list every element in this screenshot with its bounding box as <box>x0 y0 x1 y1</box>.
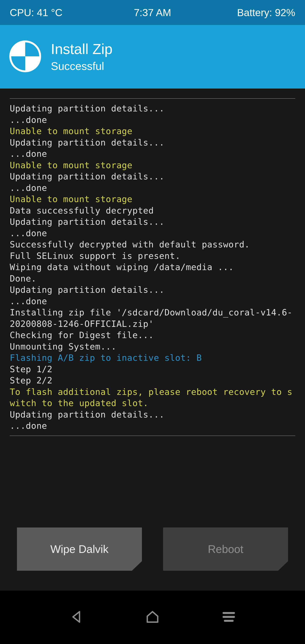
log-line: Flashing A/B zip to inactive slot: B <box>10 353 202 363</box>
log-line: Unable to mount storage <box>10 194 132 204</box>
page-subtitle: Successful <box>51 60 112 72</box>
log-line: Installing zip file '/sdcard/Download/du… <box>10 308 292 329</box>
status-bar: CPU: 41 °C 7:37 AM Battery: 92% <box>0 0 305 25</box>
log-line: Successfully decrypted with default pass… <box>10 240 250 250</box>
log-line: ...done <box>10 421 47 431</box>
content-area: Updating partition details... ...done Un… <box>0 88 305 590</box>
header: Install Zip Successful <box>0 25 305 88</box>
log-line: Updating partition details... <box>10 104 164 114</box>
twrp-logo-icon <box>9 40 41 73</box>
reboot-button[interactable]: Reboot <box>163 528 288 571</box>
cpu-temp: CPU: 41 °C <box>10 7 62 18</box>
log-line: Updating partition details... <box>10 217 164 227</box>
nav-bar <box>0 590 305 644</box>
back-icon[interactable] <box>68 609 84 626</box>
log-line: ...done <box>10 149 47 159</box>
log-line: Updating partition details... <box>10 172 164 182</box>
log-line: Step 2/2 <box>10 376 52 386</box>
log-line: Done. <box>10 274 36 284</box>
log-line: Step 1/2 <box>10 364 52 374</box>
log-line: Unable to mount storage <box>10 160 132 170</box>
log-line: ...done <box>10 228 47 238</box>
log-line: Updating partition details... <box>10 138 164 148</box>
log-line: Checking for Digest file... <box>10 330 154 340</box>
log-line: Wiping data without wiping /data/media .… <box>10 262 234 272</box>
log-line: Updating partition details... <box>10 410 164 420</box>
log-line: Full SELinux support is present. <box>10 251 180 261</box>
log-line: ...done <box>10 296 47 306</box>
log-line: ...done <box>10 115 47 125</box>
log-line: Unable to mount storage <box>10 126 132 136</box>
wipe-dalvik-button[interactable]: Wipe Dalvik <box>17 528 142 571</box>
log-line: ...done <box>10 183 47 193</box>
menu-icon[interactable] <box>221 609 236 626</box>
button-row: Wipe Dalvik Reboot <box>0 528 305 571</box>
home-icon[interactable] <box>145 609 160 626</box>
log-line: Unmounting System... <box>10 342 116 352</box>
log-line: Data successfully decrypted <box>10 206 154 216</box>
log-line: Updating partition details... <box>10 285 164 295</box>
log-line: To flash additional zips, please reboot … <box>10 387 292 408</box>
page-title: Install Zip <box>51 41 112 57</box>
log-output[interactable]: Updating partition details... ...done Un… <box>10 98 295 436</box>
battery-level: Battery: 92% <box>237 7 295 18</box>
